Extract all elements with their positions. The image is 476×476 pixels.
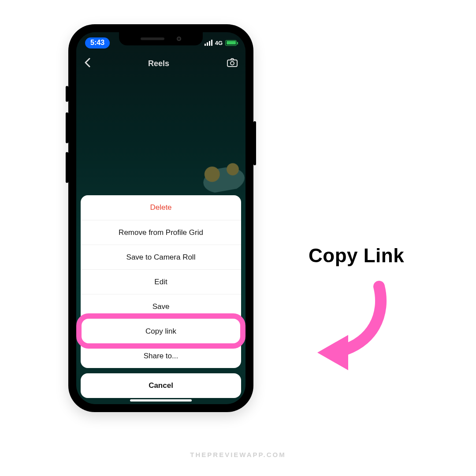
action-item-label: Copy link [145, 327, 176, 336]
network-label: 4G [215, 40, 223, 46]
annotation-text: Copy Link [309, 245, 404, 267]
action-sheet: DeleteRemove from Profile GridSave to Ca… [81, 195, 241, 398]
action-item-remove-from-profile-grid[interactable]: Remove from Profile Grid [81, 220, 241, 245]
power-button [253, 121, 256, 165]
svg-point-1 [231, 61, 234, 65]
mute-switch [66, 86, 68, 102]
action-item-label: Save [152, 302, 170, 311]
back-icon[interactable] [84, 58, 90, 70]
battery-icon [225, 40, 237, 46]
volume-down [66, 152, 68, 183]
action-sheet-list: DeleteRemove from Profile GridSave to Ca… [81, 195, 241, 368]
action-item-label: Share to... [144, 352, 178, 361]
app-header: Reels [76, 53, 245, 74]
action-item-save[interactable]: Save [81, 294, 241, 319]
action-item-delete[interactable]: Delete [81, 195, 241, 220]
watermark: THEPREVIEWAPP.COM [190, 451, 286, 458]
action-item-share-to[interactable]: Share to... [81, 343, 241, 368]
action-item-label: Edit [154, 278, 167, 286]
status-bar: 5:43 4G [76, 35, 245, 51]
action-item-label: Remove from Profile Grid [119, 228, 203, 237]
annotation-arrow-icon [309, 278, 397, 375]
action-item-label: Save to Camera Roll [126, 253, 196, 262]
camera-icon[interactable] [227, 58, 238, 69]
signal-icon [205, 40, 212, 46]
cancel-button[interactable]: Cancel [81, 373, 241, 398]
volume-up [66, 112, 68, 143]
svg-rect-0 [227, 60, 237, 67]
action-item-save-to-camera-roll[interactable]: Save to Camera Roll [81, 245, 241, 269]
status-time: 5:43 [85, 37, 110, 48]
action-item-label: Delete [150, 203, 171, 212]
phone-mockup: 5:43 4G Reels DeleteRemove [68, 24, 253, 412]
home-indicator[interactable] [130, 399, 192, 402]
cancel-label: Cancel [149, 381, 173, 390]
page-title: Reels [90, 59, 227, 68]
action-item-copy-link[interactable]: Copy link [81, 319, 241, 343]
action-item-edit[interactable]: Edit [81, 269, 241, 294]
phone-screen: 5:43 4G Reels DeleteRemove [76, 32, 245, 404]
